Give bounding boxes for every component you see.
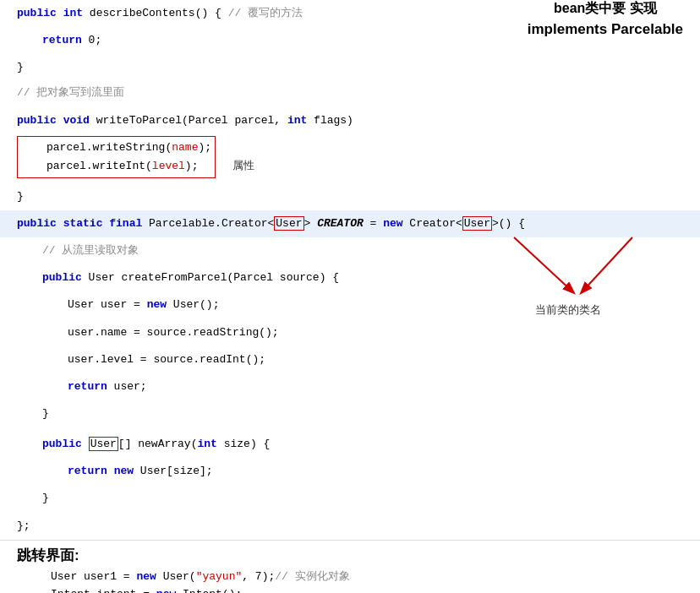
kw-void: void writeToParcel(Parcel parcel, int fl… [63,114,353,127]
kw-static: static final Parcelable.Creator< [63,217,275,230]
code-area-top: public int describeContents() { // 覆写的方法… [0,0,700,210]
jump-code: User user1 = new User("yayun", 7);// 实例化… [0,567,700,593]
code-line-close1: } [0,183,700,210]
return-user-line: return user; [0,373,700,400]
return-stmt: return 0; [42,34,101,46]
jump-line-1: User user1 = new User("yayun", 7);// 实例化… [17,569,683,586]
kw-public3: public [42,271,82,284]
user-box-3: User [89,437,118,451]
attr-label: 属性 [232,159,254,171]
kw-public: public [17,114,57,127]
creator-end: >() { [492,217,525,230]
new-array-section: public User[] newArray(int size) { retur… [0,431,700,540]
keyword-int: int describeContents() { [63,7,221,19]
svg-line-0 [514,237,573,292]
kw-public4: public [42,438,82,450]
jump-line-2: Intent intent = new Intent(); [17,586,683,593]
jump-section-header: 跳转界面: [0,540,700,567]
user-level-line: user.level = source.readInt(); [0,346,700,373]
jump-section-title: 跳转界面: [17,547,79,563]
bean-annotation: bean类中要 实现 implements Parcelable [528,0,683,38]
comment-write: // 把对象写到流里面 [17,86,124,99]
new-array-line: public User[] newArray(int size) { [0,431,700,458]
current-class-annotation: 当前类的类名 [489,229,683,342]
svg-line-1 [582,237,632,292]
arrows-svg: 当前类的类名 [489,229,683,339]
parcel-line-1: parcel.writeString(name); [21,139,211,157]
code-lines-parcel: parcel.writeString(name); parcel.writeIn… [0,134,700,183]
close-method-1: } [0,400,700,427]
close-class: }; [0,513,700,540]
main-container: public int describeContents() { // 覆写的方法… [0,0,700,593]
creator-text: > CREATOR = new Creator< [304,217,462,230]
close-method-2: } [0,485,700,512]
inner-code-section: // 从流里读取对象 public User createFromParcel(… [0,237,700,427]
comment-read: // 从流里读取对象 [42,244,139,257]
code-line-3: } [0,54,700,81]
comment-1: // 覆写的方法 [228,7,303,19]
bean-annotation-text1: bean类中要 实现 [528,0,683,18]
bean-annotation-text2: implements Parcelable [528,21,683,38]
kw-public2: public [17,217,57,230]
code-line-4: // 把对象写到流里面 [0,81,700,106]
user-box-1: User [274,216,304,231]
return-new-array: return new User[size]; [0,458,700,485]
user-box-2: User [462,216,492,231]
code-line-5: public void writeToParcel(Parcel parcel,… [0,107,700,134]
parcel-box: parcel.writeString(name); parcel.writeIn… [17,136,216,178]
keyword-public: public [17,7,57,19]
parcel-line-2: parcel.writeInt(level); [21,157,211,176]
current-class-text: 当前类的类名 [535,303,601,316]
